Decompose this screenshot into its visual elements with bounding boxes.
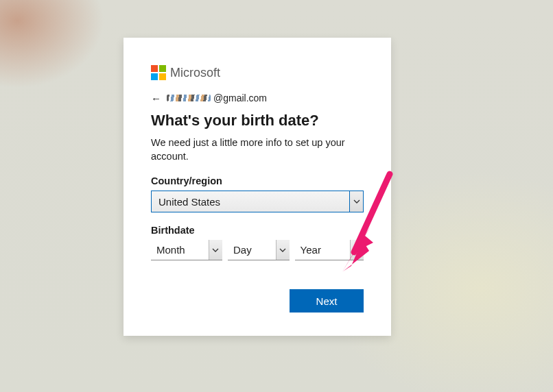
country-field: Country/region United States (151, 175, 364, 212)
signup-card: Microsoft ← @gmail.com What's your birth… (123, 38, 391, 336)
birthdate-label: Birthdate (151, 225, 364, 236)
chevron-down-icon (350, 240, 364, 260)
day-select[interactable]: Day (228, 240, 290, 260)
email-suffix: @gmail.com (213, 93, 267, 103)
brand-name: Microsoft (170, 66, 220, 80)
day-placeholder: Day (228, 240, 276, 260)
chevron-down-icon (276, 240, 290, 260)
redaction-mask (167, 95, 211, 101)
year-placeholder: Year (295, 240, 350, 260)
actions-row: Next (151, 289, 364, 313)
account-identity-row: ← @gmail.com (151, 93, 364, 103)
chevron-down-icon (209, 240, 222, 260)
birthdate-field: Birthdate Month Day Year (151, 225, 364, 260)
account-email: @gmail.com (167, 93, 267, 103)
country-label: Country/region (151, 175, 364, 186)
country-select[interactable]: United States (151, 191, 364, 212)
page-subtext: We need just a little more info to set u… (151, 136, 364, 163)
chevron-down-icon (349, 191, 363, 212)
next-button[interactable]: Next (290, 289, 364, 313)
month-select[interactable]: Month (151, 240, 222, 260)
brand-row: Microsoft (151, 65, 364, 80)
year-select[interactable]: Year (295, 240, 364, 260)
page-title: What's your birth date? (151, 112, 364, 130)
month-placeholder: Month (151, 240, 209, 260)
country-selected-value: United States (152, 191, 349, 212)
birthdate-row: Month Day Year (151, 240, 364, 260)
back-arrow-icon[interactable]: ← (151, 93, 161, 103)
microsoft-logo-icon (151, 65, 166, 80)
